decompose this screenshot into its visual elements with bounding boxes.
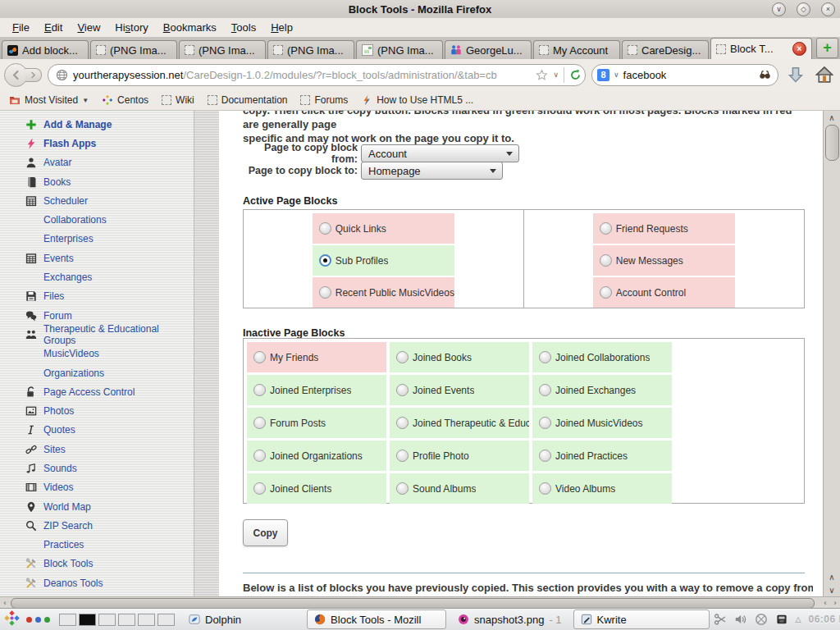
block-option[interactable]: Joined Enterprises: [247, 375, 386, 405]
radio-button[interactable]: [319, 286, 331, 299]
block-option[interactable]: Sub Profiles: [313, 245, 454, 276]
menu-item[interactable]: History: [107, 20, 155, 35]
menu-item[interactable]: Tools: [224, 20, 263, 35]
sidebar-item[interactable]: Exchanges: [0, 267, 194, 286]
menu-item[interactable]: Help: [263, 20, 300, 35]
radio-button[interactable]: [600, 254, 612, 267]
browser-tab[interactable]: CareDesig...: [622, 40, 709, 59]
url-dropdown-icon[interactable]: ∨: [553, 71, 559, 79]
radio-button[interactable]: [253, 417, 266, 429]
window-titlebar[interactable]: Block Tools - Mozilla Firefox ∨ ◇ ×: [0, 0, 840, 19]
scroll-right-icon[interactable]: ›: [830, 599, 840, 607]
bookmark-star-icon[interactable]: [536, 69, 548, 81]
sidebar-item[interactable]: World Map: [0, 497, 194, 516]
taskbar-task[interactable]: Block Tools - Mozill: [307, 609, 446, 629]
bookmark-item[interactable]: Wiki: [156, 93, 200, 107]
horizontal-scrollbar-track[interactable]: [10, 598, 820, 608]
desktop-2-current[interactable]: [79, 614, 96, 626]
forward-button[interactable]: [25, 68, 42, 82]
sidebar-item[interactable]: Block Tools: [0, 555, 194, 573]
scroll-down-icon[interactable]: ∨: [824, 583, 840, 596]
block-option[interactable]: Forum Posts: [247, 408, 386, 438]
activity-dots[interactable]: [26, 617, 50, 623]
radio-button[interactable]: [396, 351, 409, 363]
vertical-scrollbar[interactable]: ∧ ∧ ∨: [823, 111, 840, 596]
block-option[interactable]: New Messages: [593, 245, 735, 276]
google-search-engine-icon[interactable]: 8: [597, 69, 609, 81]
volume-icon[interactable]: [734, 613, 747, 626]
menu-item[interactable]: Edit: [37, 20, 70, 35]
browser-tab[interactable]: GeorgeLu...: [445, 40, 532, 59]
sidebar-item[interactable]: Page Access Control: [0, 382, 194, 401]
radio-button[interactable]: [319, 254, 331, 267]
copy-to-select[interactable]: Homepage: [361, 162, 503, 180]
bookmark-item[interactable]: Centos: [96, 93, 154, 107]
desktop-1[interactable]: [59, 614, 76, 626]
radio-button[interactable]: [539, 417, 551, 429]
sidebar-item[interactable]: Scheduler: [0, 191, 194, 210]
network-icon[interactable]: [755, 613, 768, 626]
sidebar-item[interactable]: Files: [0, 287, 194, 306]
vertical-scrollbar-thumb[interactable]: [825, 125, 839, 161]
sidebar-item[interactable]: Forum: [0, 306, 194, 325]
app-launcher-icon[interactable]: [3, 609, 21, 629]
radio-button[interactable]: [539, 482, 551, 495]
scroll-up-icon[interactable]: ∧: [824, 570, 840, 583]
home-button[interactable]: [813, 63, 836, 86]
block-option[interactable]: Account Control: [593, 277, 735, 308]
radio-button[interactable]: [600, 286, 612, 299]
sidebar-item[interactable]: Enterprises: [0, 230, 194, 249]
tab-close-icon[interactable]: ×: [792, 42, 806, 56]
sidebar-item[interactable]: ZIP Search: [0, 516, 194, 535]
block-option[interactable]: Joined Events: [390, 375, 529, 405]
bookmark-item[interactable]: Most Visited ▼: [3, 93, 94, 107]
browser-tab[interactable]: (PNG Ima...: [90, 40, 177, 59]
menu-item[interactable]: View: [70, 20, 107, 35]
radio-button[interactable]: [396, 450, 409, 462]
downloads-button[interactable]: [784, 63, 807, 86]
taskbar-task[interactable]: Dolphin: [182, 610, 248, 628]
radio-button[interactable]: [539, 384, 551, 396]
taskbar-task[interactable]: snapshot3.png - 1: [451, 610, 568, 628]
clipboard-scissors-icon[interactable]: [714, 613, 727, 626]
block-option[interactable]: Joined MusicVideos: [532, 408, 672, 438]
radio-button[interactable]: [396, 384, 409, 396]
scroll-up-icon[interactable]: ∧: [824, 111, 840, 124]
sidebar-item[interactable]: Deanos Tools: [0, 573, 194, 592]
browser-tab[interactable]: Add block...: [2, 40, 89, 59]
block-option[interactable]: Joined Exchanges: [532, 375, 672, 405]
block-option[interactable]: My Friends: [247, 342, 386, 372]
sidebar-item[interactable]: Practices: [0, 536, 194, 555]
block-option[interactable]: Friend Requests: [593, 213, 735, 244]
binoculars-icon[interactable]: [759, 69, 771, 81]
sidebar-item[interactable]: Videos: [0, 478, 194, 497]
sidebar-item[interactable]: Collaborations: [0, 210, 194, 229]
bookmark-item[interactable]: Documentation: [202, 93, 294, 107]
browser-tab[interactable]: Block T... ×: [710, 38, 812, 59]
back-button[interactable]: [4, 63, 28, 87]
tray-expand-icon[interactable]: △: [796, 615, 801, 623]
radio-button[interactable]: [253, 384, 266, 396]
new-tab-button[interactable]: +: [816, 38, 838, 58]
radio-button[interactable]: [396, 417, 409, 429]
desktop-4[interactable]: [118, 614, 135, 626]
radio-button[interactable]: [539, 351, 551, 363]
scroll-left-icon[interactable]: ‹: [820, 599, 830, 607]
block-option[interactable]: Sound Albums: [390, 473, 529, 504]
sidebar-item[interactable]: Sounds: [0, 459, 194, 477]
search-input[interactable]: facebook: [623, 69, 755, 81]
block-option[interactable]: Quick Links: [313, 213, 454, 244]
sidebar-item[interactable]: Flash Apps: [0, 134, 194, 153]
block-option[interactable]: Video Albums: [532, 473, 672, 504]
desktop-3[interactable]: [98, 614, 116, 626]
sidebar-item[interactable]: Events: [0, 249, 194, 267]
maximize-button[interactable]: ◇: [797, 2, 810, 16]
desktop-6[interactable]: [158, 614, 175, 626]
sidebar-item[interactable]: Quotes: [0, 421, 194, 440]
url-bar[interactable]: yourtherapysession.net/CareDesign-1.0.2/…: [48, 64, 586, 86]
desktop-5[interactable]: [138, 614, 155, 626]
block-option[interactable]: Joined Organizations: [247, 441, 386, 471]
url-text[interactable]: yourtherapysession.net/CareDesign-1.0.2/…: [73, 69, 531, 81]
scroll-left-icon[interactable]: ‹: [0, 599, 10, 607]
browser-tab[interactable]: My Account: [533, 40, 620, 59]
